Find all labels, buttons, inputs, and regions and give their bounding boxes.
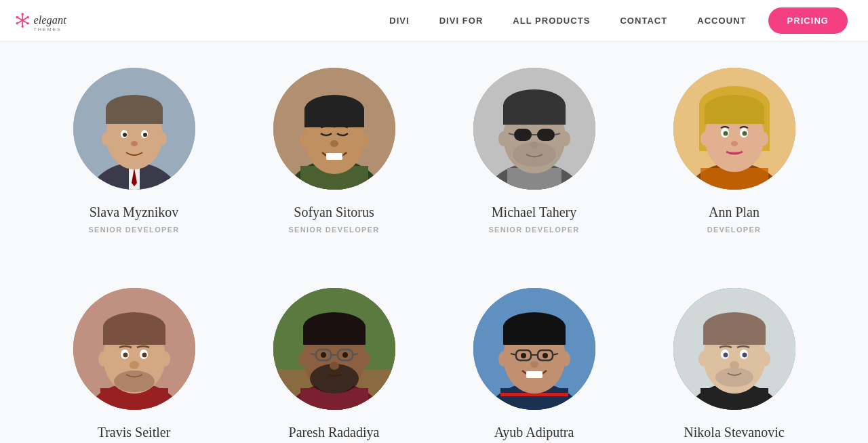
svg-point-100 xyxy=(298,352,308,366)
svg-point-101 xyxy=(361,352,370,366)
svg-point-115 xyxy=(521,353,526,358)
svg-point-116 xyxy=(542,353,548,358)
svg-point-5 xyxy=(21,13,24,16)
svg-point-80 xyxy=(130,361,139,369)
svg-point-79 xyxy=(142,353,146,358)
avatar-nikola xyxy=(673,288,795,410)
svg-point-96 xyxy=(321,352,326,358)
svg-point-132 xyxy=(742,353,747,358)
svg-point-8 xyxy=(16,22,18,25)
team-row-2: Travis Seitler DEVELOPER xyxy=(41,274,827,443)
svg-point-81 xyxy=(98,352,108,366)
member-name-travis: Travis Seitler xyxy=(98,425,171,440)
pricing-button[interactable]: PRICING xyxy=(768,7,848,34)
avatar-slava xyxy=(73,68,195,190)
svg-rect-18 xyxy=(106,107,163,124)
nav-divi[interactable]: DIVI xyxy=(374,16,424,26)
team-member-nikola: Nikola Stevanovic DEVELOPER xyxy=(641,274,827,443)
member-name-ayub: Ayub Adiputra xyxy=(494,425,574,440)
team-member-ann: Ann Plan DEVELOPER xyxy=(641,54,827,247)
svg-point-135 xyxy=(761,352,770,366)
svg-point-68 xyxy=(760,132,768,146)
svg-rect-74 xyxy=(103,326,165,345)
svg-point-66 xyxy=(731,141,738,146)
svg-point-65 xyxy=(742,131,747,136)
team-member-sofyan: Sofyan Sitorus SENIOR DEVELOPER xyxy=(241,54,427,247)
team-member-michael: Michael Tahery SENIOR DEVELOPER xyxy=(441,54,627,247)
svg-rect-127 xyxy=(703,326,766,345)
avatar-sofyan xyxy=(273,68,395,190)
main-nav: DIVI DIVI FOR ALL PRODUCTS CONTACT ACCOU… xyxy=(374,7,848,34)
svg-rect-44 xyxy=(537,129,555,141)
avatar-ann xyxy=(673,68,795,190)
member-name-nikola: Nikola Stevanovic xyxy=(684,425,784,440)
svg-point-50 xyxy=(498,131,508,146)
member-role-slava: SENIOR DEVELOPER xyxy=(88,226,179,234)
member-name-slava: Slava Myznikov xyxy=(90,205,179,220)
svg-rect-33 xyxy=(326,153,342,160)
nav-contact[interactable]: CONTACT xyxy=(605,16,682,26)
nav-account[interactable]: ACCOUNT xyxy=(682,16,761,26)
svg-rect-90 xyxy=(303,326,366,345)
svg-point-118 xyxy=(530,361,538,368)
svg-point-9 xyxy=(26,16,29,19)
nav-divi-for[interactable]: DIVI FOR xyxy=(425,16,498,26)
svg-point-67 xyxy=(701,132,709,146)
svg-point-34 xyxy=(300,133,309,148)
svg-point-49 xyxy=(530,142,538,148)
site-header: elegant THEMES DIVI DIVI FOR ALL PRODUCT… xyxy=(0,0,868,41)
svg-point-75 xyxy=(114,371,155,392)
svg-point-6 xyxy=(21,25,24,28)
svg-point-134 xyxy=(698,352,708,366)
svg-point-22 xyxy=(143,133,147,137)
team-section: Slava Myznikov SENIOR DEVELOPER xyxy=(0,41,868,443)
avatar-travis xyxy=(73,288,195,410)
member-name-paresh: Paresh Radadiya xyxy=(289,425,380,440)
svg-point-99 xyxy=(330,362,339,370)
member-role-ann: DEVELOPER xyxy=(707,226,762,234)
nav-all-products[interactable]: ALL PRODUCTS xyxy=(498,16,605,26)
svg-point-78 xyxy=(123,353,127,358)
member-name-michael: Michael Tahery xyxy=(492,205,576,220)
svg-text:elegant: elegant xyxy=(34,14,67,26)
svg-point-35 xyxy=(359,133,369,148)
team-member-ayub: Ayub Adiputra DEVELOPER xyxy=(441,274,627,443)
team-member-travis: Travis Seitler DEVELOPER xyxy=(41,274,227,443)
team-row-1: Slava Myznikov SENIOR DEVELOPER xyxy=(41,54,827,247)
avatar-ayub xyxy=(473,288,595,410)
svg-point-131 xyxy=(723,353,728,358)
svg-point-119 xyxy=(498,352,508,366)
avatar-michael xyxy=(473,68,595,190)
svg-point-32 xyxy=(330,140,338,147)
svg-point-64 xyxy=(723,131,728,136)
member-role-sofyan: SENIOR DEVELOPER xyxy=(288,226,379,234)
svg-point-10 xyxy=(16,16,18,19)
svg-point-7 xyxy=(26,22,29,25)
team-member-slava: Slava Myznikov SENIOR DEVELOPER xyxy=(41,54,227,247)
svg-rect-61 xyxy=(705,107,764,124)
member-name-sofyan: Sofyan Sitorus xyxy=(294,205,374,220)
svg-point-120 xyxy=(561,352,570,366)
svg-point-24 xyxy=(102,132,110,146)
svg-point-51 xyxy=(561,131,570,146)
svg-point-133 xyxy=(730,361,739,369)
svg-point-82 xyxy=(161,352,170,366)
team-member-paresh: Paresh Radadiya DEVELOPER xyxy=(241,274,427,443)
svg-rect-42 xyxy=(503,104,566,125)
svg-point-97 xyxy=(342,352,348,358)
avatar-paresh xyxy=(273,288,395,410)
svg-point-128 xyxy=(715,368,753,387)
svg-rect-31 xyxy=(304,108,364,127)
svg-point-25 xyxy=(159,132,167,146)
svg-point-21 xyxy=(123,133,127,137)
svg-rect-43 xyxy=(514,129,532,141)
svg-rect-117 xyxy=(526,371,542,378)
svg-point-23 xyxy=(131,141,138,146)
svg-rect-109 xyxy=(503,326,566,345)
svg-text:THEMES: THEMES xyxy=(34,26,62,33)
member-name-ann: Ann Plan xyxy=(709,205,760,220)
logo[interactable]: elegant THEMES xyxy=(14,7,88,34)
member-role-michael: SENIOR DEVELOPER xyxy=(488,226,579,234)
